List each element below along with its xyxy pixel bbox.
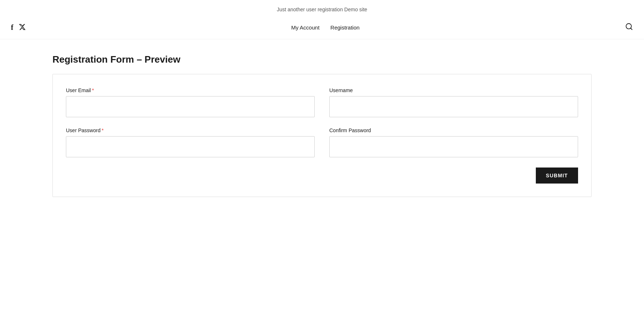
user-password-group: User Password* <box>66 127 315 157</box>
username-input[interactable] <box>329 96 578 117</box>
submit-row: SUBMIT <box>66 168 578 184</box>
site-tagline: Just another user registration Demo site <box>0 0 644 16</box>
social-icons: f <box>11 23 26 32</box>
user-password-input[interactable] <box>66 136 315 157</box>
twitter-icon[interactable] <box>19 23 26 32</box>
facebook-icon[interactable]: f <box>11 23 13 32</box>
user-password-label: User Password* <box>66 127 315 133</box>
nav-my-account[interactable]: My Account <box>291 24 320 31</box>
main-nav: My Account Registration <box>291 24 360 31</box>
form-card: User Email* Username User Password* Con <box>52 74 592 197</box>
user-email-input[interactable] <box>66 96 315 117</box>
top-bar: f My Account Registration <box>0 16 644 39</box>
form-row-1: User Email* Username <box>66 87 578 117</box>
search-button[interactable] <box>625 23 633 32</box>
confirm-password-group: Confirm Password <box>329 127 578 157</box>
svg-line-1 <box>631 28 632 29</box>
submit-button[interactable]: SUBMIT <box>536 168 578 184</box>
form-row-2: User Password* Confirm Password <box>66 127 578 157</box>
user-email-group: User Email* <box>66 87 315 117</box>
username-group: Username <box>329 87 578 117</box>
confirm-password-input[interactable] <box>329 136 578 157</box>
user-email-label: User Email* <box>66 87 315 93</box>
main-content: Registration Form – Preview User Email* … <box>42 39 602 219</box>
nav-registration[interactable]: Registration <box>330 24 360 31</box>
confirm-password-label: Confirm Password <box>329 127 578 133</box>
username-label: Username <box>329 87 578 93</box>
required-star-password: * <box>102 127 103 133</box>
required-star-email: * <box>92 87 94 93</box>
page-title: Registration Form – Preview <box>52 54 592 65</box>
